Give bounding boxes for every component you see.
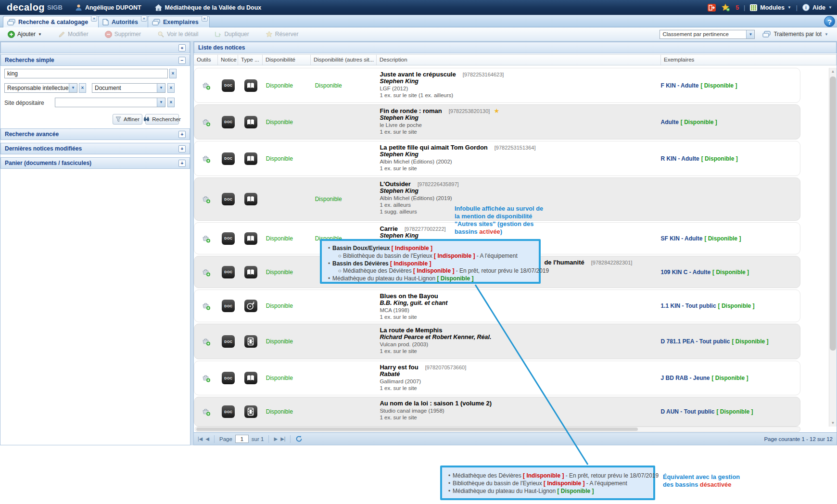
- previous-page-icon[interactable]: ◀: [205, 436, 209, 441]
- horizontal-scrollbar-thumb[interactable]: [196, 428, 638, 431]
- column-header-outils[interactable]: Outils: [194, 55, 218, 65]
- tab-recherche-catalogage[interactable]: Recherche & catalogage×: [3, 16, 99, 27]
- expand-panel-button[interactable]: +: [178, 160, 186, 167]
- exemplaire-code[interactable]: D AUN - Tout public: [660, 408, 714, 415]
- clear-criteria-icon[interactable]: ×: [79, 83, 86, 93]
- sort-select[interactable]: Classement par pertinence ▼: [659, 30, 755, 39]
- chevron-down-icon[interactable]: ▼: [746, 30, 754, 38]
- current-site[interactable]: Médiathèque de la Vallée du Doux: [155, 4, 262, 11]
- scroll-up-icon[interactable]: ▲: [829, 68, 837, 75]
- notice-row[interactable]: DOCDisponibleBlues on the BayouB.B. King…: [194, 290, 800, 322]
- availability-other-sites[interactable]: Disponible: [311, 68, 377, 102]
- doc-notice-icon[interactable]: DOC: [222, 372, 235, 384]
- horizontal-scrollbar[interactable]: [195, 427, 800, 432]
- exemplaire-code[interactable]: D 781.1 PEA - Tout public: [660, 338, 730, 345]
- scroll-down-icon[interactable]: ▼: [829, 419, 837, 427]
- simple-search-header[interactable]: Recherche simple −: [0, 54, 190, 66]
- vertical-scrollbar[interactable]: ▲ ▼: [829, 68, 837, 427]
- search-input[interactable]: king: [4, 69, 168, 78]
- expand-panel-button[interactable]: +: [178, 145, 186, 152]
- doc-notice-icon[interactable]: DOC: [222, 193, 235, 205]
- exemplaire-code[interactable]: 109 KIN C - Adulte: [660, 269, 710, 276]
- doctype-select[interactable]: Document ▼: [92, 83, 165, 93]
- add-to-basket-icon[interactable]: [202, 407, 211, 416]
- last-page-icon[interactable]: ▶|: [280, 436, 285, 441]
- add-to-basket-icon[interactable]: [202, 81, 211, 90]
- doc-notice-icon[interactable]: DOC: [222, 266, 235, 278]
- clear-doctype-icon[interactable]: ×: [167, 83, 175, 93]
- column-header-description[interactable]: Description: [377, 55, 661, 65]
- notice-row[interactable]: DOCDisponibleFin de ronde : roman[978225…: [194, 104, 800, 139]
- close-icon[interactable]: ×: [91, 15, 97, 22]
- add-to-basket-icon[interactable]: [202, 154, 211, 163]
- notice-row[interactable]: DOCDisponibleLa route de MemphisRichard …: [194, 324, 800, 359]
- doc-notice-icon[interactable]: DOC: [222, 300, 235, 312]
- notice-row[interactable]: DOCDisponibleDisponibleJuste avant le cr…: [194, 68, 800, 103]
- chevron-down-icon[interactable]: ▼: [69, 84, 77, 92]
- close-icon[interactable]: ×: [202, 15, 208, 22]
- availability-other-sites[interactable]: Disponible: [311, 178, 377, 220]
- vertical-scrollbar-thumb[interactable]: [830, 76, 836, 351]
- notice-row[interactable]: DOCDisponibleAu nom de la loi : saison 1…: [194, 397, 800, 427]
- reservations-icon[interactable]: [721, 3, 731, 12]
- column-header-disponibilité-autres-sit-[interactable]: Disponibilité (autres sit...: [311, 55, 377, 65]
- column-header-disponibilité[interactable]: Disponibilité: [263, 55, 311, 65]
- clear-site-icon[interactable]: ×: [167, 98, 175, 107]
- panel-panier-documents-fascicules-[interactable]: Panier (documents / fascicules)+: [0, 157, 190, 169]
- notice-row[interactable]: DOCDisponibleHarry est fou[9782070573660…: [194, 361, 800, 395]
- doc-notice-icon[interactable]: DOC: [222, 405, 235, 418]
- current-user[interactable]: Angélique DUPONT: [75, 4, 141, 11]
- modules-menu[interactable]: Modules ▼: [750, 4, 791, 11]
- chevron-down-icon[interactable]: ▼: [157, 98, 165, 107]
- exemplaire-code[interactable]: 1.1 KIN - Tout public: [660, 302, 716, 309]
- notice-row[interactable]: DOCDisponibleLa petite fille qui aimait …: [194, 141, 800, 176]
- help-button[interactable]: ?: [824, 16, 835, 27]
- expand-panel-button[interactable]: +: [178, 131, 186, 138]
- exemplaire-code[interactable]: J BD RAB - Jeune: [660, 375, 710, 381]
- collapse-panel-button[interactable]: −: [178, 57, 186, 64]
- page-number-input[interactable]: [235, 435, 249, 443]
- refresh-icon[interactable]: [295, 435, 303, 442]
- doc-notice-icon[interactable]: DOC: [222, 116, 235, 128]
- clear-search-icon[interactable]: ×: [169, 69, 177, 78]
- voir-le-détail-button: Voir le détail: [152, 29, 203, 39]
- next-page-icon[interactable]: ▶: [274, 436, 278, 441]
- doc-notice-icon[interactable]: DOC: [222, 79, 235, 92]
- column-header-type-[interactable]: Type ...: [238, 55, 263, 65]
- column-header-notice[interactable]: Notice: [218, 55, 238, 65]
- criteria-select[interactable]: Responsable intellectuel ▼: [4, 83, 77, 93]
- doc-notice-icon[interactable]: DOC: [222, 335, 235, 348]
- add-to-basket-icon[interactable]: [202, 302, 211, 310]
- add-to-basket-icon[interactable]: [202, 118, 211, 126]
- ajouter-button[interactable]: Ajouter▼: [3, 29, 47, 39]
- refine-button[interactable]: Affiner: [113, 114, 142, 125]
- close-icon[interactable]: ×: [141, 15, 147, 22]
- exemplaire-code[interactable]: SF KIN - Adulte: [660, 235, 702, 242]
- row-exemplaires-cell: SF KIN - Adulte[ Disponible ]: [660, 223, 800, 254]
- search-button[interactable]: Rechercher: [145, 114, 179, 125]
- exemplaire-code[interactable]: Adulte: [660, 119, 678, 126]
- doc-notice-icon[interactable]: DOC: [222, 152, 235, 165]
- first-page-icon[interactable]: |◀: [198, 436, 203, 441]
- help-menu[interactable]: i Aide ▼: [802, 4, 832, 11]
- panel-recherche-avancée[interactable]: Recherche avancée+: [0, 128, 190, 140]
- exemplaire-code[interactable]: R KIN - Adulte: [660, 155, 699, 162]
- add-to-basket-icon[interactable]: [202, 374, 211, 382]
- doc-notice-icon[interactable]: DOC: [222, 232, 235, 245]
- add-to-basket-icon[interactable]: [202, 234, 211, 243]
- availability-note: - En prêt, retour prévu le 18/07/2019: [564, 472, 659, 479]
- exemplaire-code[interactable]: F KIN - Adulte: [660, 82, 698, 89]
- add-to-basket-icon[interactable]: [202, 195, 211, 203]
- logout-icon[interactable]: [707, 3, 716, 12]
- add-to-basket-icon[interactable]: [202, 337, 211, 346]
- tab-exemplaires[interactable]: Exemplaires×: [148, 16, 210, 27]
- collapse-sidebar-button[interactable]: «: [178, 44, 186, 51]
- batch-actions-button[interactable]: Traitements par lot ▼: [762, 31, 828, 38]
- add-to-basket-icon[interactable]: [202, 268, 211, 277]
- site-select[interactable]: ▼: [55, 98, 165, 107]
- panel-dernières-notices-modifiées[interactable]: Dernières notices modifiées+: [0, 143, 190, 154]
- doc-label: DOC: [224, 377, 232, 380]
- column-header-exemplaires[interactable]: Exemplaires: [661, 55, 837, 65]
- chevron-down-icon[interactable]: ▼: [157, 84, 165, 92]
- tab-autorit-s[interactable]: Autorités×: [98, 16, 149, 27]
